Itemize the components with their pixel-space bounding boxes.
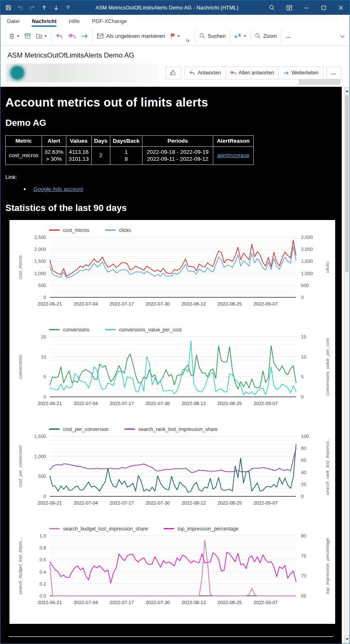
list-item: Google Ads account — [30, 186, 337, 192]
svg-text:2022-07-30: 2022-07-30 — [146, 401, 170, 406]
chart-cost-micros-clicks: cost_microsclicks 05001,0001,5002,0002,5… — [9, 223, 335, 310]
svg-text:10: 10 — [41, 354, 46, 359]
svg-text:80: 80 — [301, 446, 306, 451]
tab-hilfe[interactable]: Hilfe — [69, 18, 79, 27]
reply-all-button[interactable] — [68, 33, 76, 39]
line-chart: 05001,0001,5000204060801002022-06-212022… — [9, 434, 342, 510]
svg-text:0: 0 — [44, 394, 46, 399]
svg-text:2022-08-25: 2022-08-25 — [217, 600, 242, 605]
flag-button[interactable] — [170, 33, 180, 39]
svg-text:2022-07-04: 2022-07-04 — [74, 301, 98, 306]
dropdown-caret — [17, 35, 19, 37]
close-button[interactable] — [332, 0, 350, 15]
chart-conversions: conversionsconversions_value_per_cost 05… — [9, 323, 335, 410]
legend-item: cost_per_conversion — [49, 426, 109, 432]
maximize-button[interactable] — [315, 0, 332, 15]
svg-text:2022-06-21: 2022-06-21 — [38, 401, 62, 406]
translate-button[interactable]: a — [234, 33, 246, 39]
svg-text:2022-06-21: 2022-06-21 — [38, 500, 62, 505]
titlebar-search-icon[interactable] — [263, 0, 280, 15]
svg-text:5: 5 — [44, 374, 46, 379]
stats-heading: Statistics of the last 90 days — [5, 203, 337, 213]
ribbon-tab-strip: Datei Nachricht Hilfe PDF-XChange — [0, 15, 350, 27]
cell-values: 4113.16 3101.13 — [66, 146, 91, 164]
col-values: Values — [66, 136, 91, 147]
dialog-launcher-icon[interactable] — [186, 36, 190, 44]
next-item-icon[interactable] — [53, 5, 59, 11]
svg-text:2022-08-25: 2022-08-25 — [217, 401, 242, 406]
chart-legend: cost_microsclicks — [9, 223, 335, 235]
legend-item: search_budget_lost_impression_share — [49, 526, 148, 532]
legend-swatch — [124, 429, 135, 430]
tab-pdf-xchange[interactable]: PDF-XChange — [92, 18, 127, 27]
svg-text:2,000: 2,000 — [34, 247, 46, 252]
search-label: Suchen — [208, 33, 226, 39]
svg-text:2022-08-12: 2022-08-12 — [182, 500, 206, 505]
scroll-down-button[interactable] — [345, 636, 349, 643]
cell-periods: 2022-09-18 - 2022-09-19 2022-09-11 - 202… — [142, 146, 213, 164]
svg-text:2022-07-17: 2022-07-17 — [110, 401, 134, 406]
svg-text:10: 10 — [301, 354, 306, 359]
link-list: Google Ads account — [26, 186, 337, 192]
legend-swatch — [105, 329, 116, 330]
alerts-table: Metric Alert Values Days DaysBack Period… — [5, 135, 254, 165]
reply-action-button[interactable]: Antworten — [184, 67, 225, 79]
col-reason: AlertReason — [213, 136, 253, 147]
scrollbar-thumb[interactable] — [345, 95, 349, 272]
zoom-group: Zoom — [251, 27, 281, 45]
forward-button[interactable] — [81, 33, 88, 39]
legend-label: conversions_value_per_cost — [119, 327, 182, 333]
legend-swatch — [49, 229, 60, 231]
scroll-up-button[interactable] — [345, 88, 349, 95]
forward-action-button[interactable]: Weiterleiten — [279, 67, 323, 79]
cell-alert: 32.63% > 30% — [42, 146, 66, 164]
delete-button[interactable] — [9, 33, 19, 39]
mark-unread-button[interactable]: Als ungelesen markieren — [97, 33, 165, 39]
svg-text:0.2: 0.2 — [40, 581, 46, 586]
svg-text:2022-08-12: 2022-08-12 — [182, 401, 206, 406]
ribbon-display-options-icon[interactable] — [280, 0, 298, 15]
tab-datei[interactable]: Datei — [7, 18, 19, 27]
col-periods: Periods — [142, 136, 213, 147]
svg-text:1,500: 1,500 — [301, 259, 313, 264]
legend-label: search_rank_lost_impression_share — [138, 426, 218, 432]
minimize-button[interactable] — [298, 0, 315, 15]
dropdown-caret — [177, 35, 180, 37]
translate-group: a — [230, 27, 250, 45]
svg-text:2022-06-21: 2022-06-21 — [38, 600, 62, 605]
save-icon[interactable] — [5, 5, 11, 11]
like-button[interactable] — [166, 67, 181, 79]
vertical-scrollbar[interactable] — [344, 87, 350, 644]
google-ads-account-link[interactable]: Google Ads account — [33, 186, 83, 192]
alert-reason-link[interactable]: alertIncrease — [217, 152, 249, 158]
alerts-table-row: cost_micros 32.63% > 30% 4113.16 3101.13… — [6, 146, 254, 164]
cell-days: 2 — [91, 146, 110, 164]
reply-button-group: Antworten Allen antworten Weiterleiten — [184, 67, 323, 79]
zoom-button[interactable]: Zoom — [255, 33, 277, 39]
search-group: Suchen — [195, 27, 230, 45]
search-button[interactable]: Suchen — [199, 33, 226, 39]
reply-button[interactable] — [56, 33, 63, 39]
svg-text:clicks: clicks — [325, 262, 330, 273]
chart-legend: conversionsconversions_value_per_cost — [9, 323, 335, 334]
collapse-ribbon-icon[interactable] — [340, 32, 347, 40]
legend-swatch — [49, 329, 60, 330]
alerts-table-header-row: Metric Alert Values Days DaysBack Period… — [6, 136, 254, 147]
more-actions-button[interactable]: … — [327, 67, 342, 79]
move-to-folder-button[interactable] — [36, 33, 47, 39]
customize-qat-icon[interactable] — [65, 5, 71, 11]
svg-text:2022-08-25: 2022-08-25 — [217, 301, 242, 306]
legend-label: cost_micros — [63, 227, 89, 233]
tab-nachricht[interactable]: Nachricht — [32, 18, 56, 27]
svg-text:15: 15 — [301, 334, 306, 339]
window-controls — [263, 0, 350, 15]
svg-text:2022-06-21: 2022-06-21 — [38, 301, 62, 306]
svg-text:40: 40 — [301, 470, 306, 475]
reply-all-action-button[interactable]: Allen antworten — [226, 67, 279, 79]
more-commands-button[interactable]: … — [285, 33, 292, 39]
svg-text:2022-07-30: 2022-07-30 — [146, 301, 170, 306]
col-metric: Metric — [6, 136, 42, 147]
svg-text:20: 20 — [301, 482, 306, 486]
archive-button[interactable] — [24, 33, 31, 39]
previous-item-icon[interactable] — [41, 5, 47, 11]
